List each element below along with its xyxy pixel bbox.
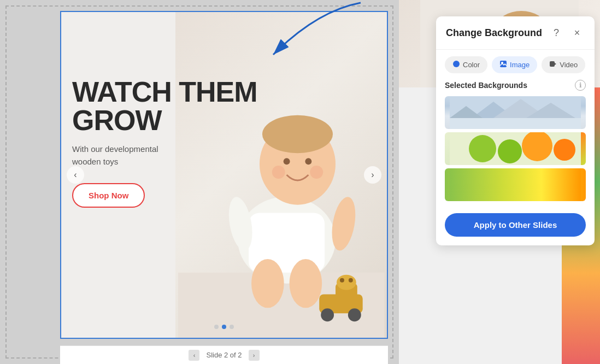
section-title: Selected Backgrounds (445, 81, 527, 90)
dot-2[interactable] (222, 325, 226, 329)
dot-1[interactable] (214, 325, 219, 329)
panel-header-icons: ? × (549, 25, 585, 40)
svg-point-15 (348, 308, 361, 321)
apply-btn-container: Apply to Other Slides (436, 208, 595, 245)
next-slide-arrow[interactable]: › (249, 350, 260, 361)
slide-title-line2: GROW (72, 106, 257, 134)
svg-rect-45 (450, 168, 581, 201)
image-icon (499, 60, 507, 69)
tab-video[interactable]: Video (542, 56, 585, 73)
slide-subtitle: With our developmental wooden toys (72, 143, 257, 168)
svg-point-41 (469, 135, 496, 162)
color-icon (452, 60, 460, 69)
slide-label-text: Slide 2 of 2 (206, 351, 242, 359)
svg-point-17 (337, 275, 356, 290)
svg-rect-35 (450, 118, 581, 129)
bg-tabs: Color Image Video (436, 50, 595, 80)
bg-thumb-mountain[interactable] (445, 96, 586, 129)
download-handle-bottom[interactable]: ⬇ (217, 338, 226, 339)
section-header: Selected Backgrounds ℹ (445, 80, 586, 91)
close-button[interactable]: × (569, 25, 585, 40)
video-icon (549, 60, 557, 69)
slide-title-line1: WATCH THEM (72, 78, 257, 106)
nav-prev-button[interactable]: ‹ (67, 166, 84, 184)
bg-thumbnails (445, 96, 586, 201)
slide-label-bar: ‹ Slide 2 of 2 › (60, 345, 388, 364)
svg-point-12 (289, 259, 322, 308)
tab-image[interactable]: Image (492, 56, 537, 73)
dot-3[interactable] (230, 325, 234, 329)
svg-point-5 (305, 158, 311, 165)
svg-point-6 (272, 166, 285, 179)
slide-dots (214, 325, 234, 329)
apply-to-other-slides-button[interactable]: Apply to Other Slides (445, 213, 586, 237)
slide-container[interactable]: ⬇ ⬇ (60, 11, 388, 339)
slide-content: WATCH THEM GROW With our developmental w… (61, 12, 387, 338)
panel-title: Change Background (446, 27, 542, 39)
nav-next-button[interactable]: › (364, 166, 381, 184)
right-panel: ⚙ Settings ☰ Change Background ? × Color (399, 0, 600, 364)
help-button[interactable]: ? (549, 25, 564, 40)
prev-slide-arrow[interactable]: ‹ (189, 350, 199, 361)
bg-thumb-gradient[interactable] (445, 168, 586, 201)
bg-thumb-citrus[interactable] (445, 132, 586, 165)
svg-point-14 (321, 308, 334, 321)
svg-point-18 (340, 278, 344, 283)
tab-color[interactable]: Color (445, 56, 487, 73)
svg-point-11 (251, 259, 284, 308)
svg-point-42 (498, 139, 522, 163)
svg-point-4 (283, 158, 290, 165)
svg-marker-33 (555, 63, 556, 65)
svg-point-7 (310, 166, 323, 179)
shop-now-button[interactable]: Shop Now (72, 183, 145, 208)
canvas-area: ⬇ ⬇ (0, 0, 399, 364)
info-icon[interactable]: ℹ (575, 80, 586, 91)
slide-text: WATCH THEM GROW With our developmental w… (72, 78, 257, 208)
svg-rect-32 (550, 61, 555, 67)
selected-bg-section: Selected Backgrounds ℹ (436, 80, 595, 208)
svg-point-44 (554, 139, 575, 161)
svg-point-29 (453, 61, 460, 67)
change-bg-panel: Change Background ? × Color Image (436, 16, 595, 245)
svg-point-19 (348, 278, 352, 283)
panel-header: Change Background ? × (436, 16, 595, 50)
svg-point-3 (262, 115, 333, 154)
